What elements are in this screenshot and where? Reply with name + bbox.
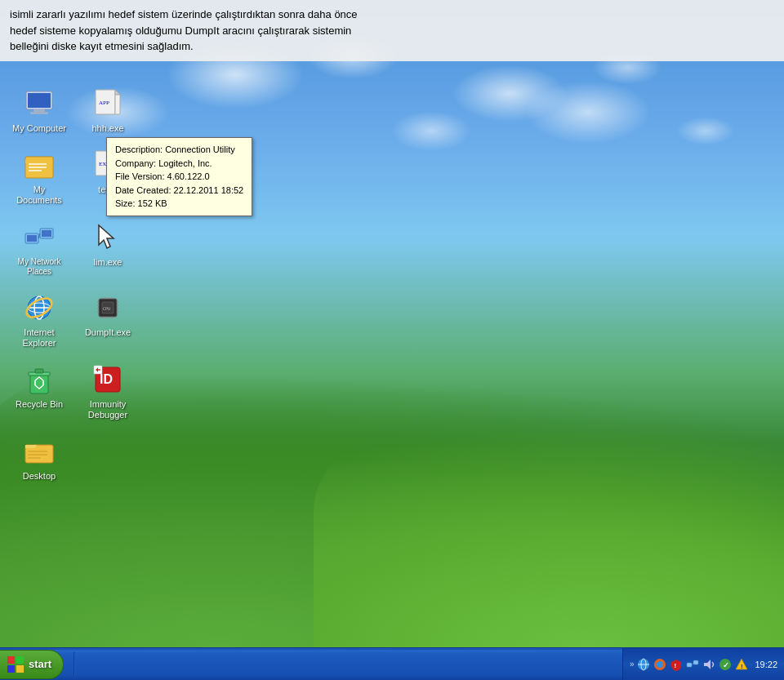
desktop-folder-icon	[23, 435, 56, 468]
icon-recycle-bin-label: Recycle Bin	[16, 399, 63, 410]
icon-my-computer-label: My Computer	[12, 123, 66, 134]
svg-marker-73	[704, 660, 710, 669]
tray-alert-icon[interactable]: !	[735, 658, 748, 671]
svg-rect-71	[693, 660, 698, 664]
svg-rect-62	[7, 665, 15, 673]
svg-rect-3	[30, 112, 48, 114]
icon-internet-explorer[interactable]: Internet Explorer	[7, 288, 72, 352]
svg-text:!: !	[741, 663, 743, 670]
svg-rect-2	[33, 109, 45, 112]
icon-hhh-exe[interactable]: APP hhh.exe	[75, 84, 140, 137]
taskbar: start »	[0, 647, 784, 680]
icon-lim-exe[interactable]: lim.exe	[75, 218, 140, 280]
svg-rect-12	[29, 170, 42, 171]
internet-explorer-icon	[23, 291, 56, 324]
icon-dumpit-exe[interactable]: CPU DumpIt.exe	[75, 288, 140, 352]
svg-rect-70	[687, 663, 692, 667]
tooltip-company: Company: Logitech, Inc.	[115, 157, 243, 171]
svg-rect-59	[28, 457, 41, 459]
icon-immunity-debugger[interactable]: ID Immunity Debugger	[75, 360, 140, 424]
recycle-bin-icon	[23, 363, 56, 396]
top-text-line3: belleğini diske kayıt etmesini sağladım.	[10, 40, 194, 52]
tray-network-icon[interactable]	[686, 658, 699, 671]
svg-text:APP: APP	[99, 100, 109, 106]
start-button-label: start	[29, 658, 51, 670]
tray-volume-icon[interactable]	[702, 658, 715, 671]
icon-my-computer[interactable]: My Computer	[7, 84, 72, 137]
svg-point-68	[657, 661, 663, 668]
icon-hhh-exe-label: hhh.exe	[91, 123, 123, 134]
top-text-overlay: isimli zararlı yazılımı hedef sistem üze…	[0, 0, 784, 61]
taskbar-time: 19:22	[755, 660, 777, 669]
icon-recycle-bin[interactable]: Recycle Bin	[7, 360, 72, 424]
svg-marker-5	[115, 90, 120, 95]
desktop: isimli zararlı yazılımı hedef sistem üze…	[0, 0, 784, 680]
svg-text:CPU: CPU	[103, 306, 110, 311]
hhh-exe-icon: APP	[91, 87, 124, 120]
top-text-line1: isimli zararlı yazılımı hedef sistem üze…	[10, 8, 358, 20]
tray-security-icon[interactable]: ✓	[719, 658, 732, 671]
svg-rect-1	[28, 93, 51, 108]
svg-rect-21	[42, 230, 51, 237]
icon-my-network-places-label: My Network Places	[10, 257, 69, 277]
icon-my-network-places[interactable]: My Network Places	[7, 218, 72, 280]
icon-desktop-label: Desktop	[23, 471, 56, 482]
icon-desktop[interactable]: Desktop	[7, 432, 72, 485]
immunity-debugger-icon: ID	[91, 363, 124, 396]
computer-icon	[23, 87, 56, 120]
file-tooltip: Description: Connection Utility Company:…	[106, 137, 252, 216]
tray-shield-icon[interactable]: !	[670, 658, 683, 671]
tray-ie-icon[interactable]	[637, 658, 650, 671]
taskbar-tray-arrow[interactable]: »	[630, 660, 635, 669]
my-network-places-icon	[23, 221, 56, 254]
svg-rect-10	[29, 163, 47, 165]
svg-rect-60	[7, 656, 15, 664]
icon-my-documents-label: My Documents	[10, 184, 69, 206]
svg-rect-11	[29, 167, 47, 168]
tooltip-file-version: File Version: 4.60.122.0	[115, 170, 243, 184]
svg-rect-20	[27, 235, 37, 242]
tooltip-description: Description: Connection Utility	[115, 143, 243, 157]
svg-rect-57	[28, 451, 47, 452]
svg-text:✓: ✓	[723, 661, 729, 669]
icon-internet-explorer-label: Internet Explorer	[10, 327, 69, 349]
svg-text:ID: ID	[100, 372, 113, 386]
svg-text:!: !	[675, 662, 677, 669]
svg-rect-6	[115, 95, 120, 114]
tray-firefox-icon[interactable]	[653, 658, 666, 671]
windows-logo-icon	[7, 656, 24, 673]
tooltip-size: Size: 152 KB	[115, 197, 243, 211]
my-documents-icon	[23, 149, 56, 181]
svg-line-72	[692, 663, 693, 665]
icon-lim-exe-label: lim.exe	[94, 257, 122, 268]
taskbar-tray: »	[622, 648, 784, 680]
dumpit-exe-icon: CPU	[91, 291, 124, 324]
taskbar-divider	[74, 652, 75, 677]
lim-exe-icon	[91, 221, 124, 254]
top-text-line2: hedef sisteme kopyalamış olduğumu DumpIt…	[10, 24, 351, 37]
start-button[interactable]: start	[0, 650, 64, 679]
taskbar-clock: 19:22	[755, 660, 777, 669]
tray-icons: !	[637, 658, 748, 671]
svg-rect-63	[16, 665, 24, 673]
icon-dumpit-exe-label: DumpIt.exe	[85, 327, 131, 338]
tooltip-date-created: Date Created: 22.12.2011 18:52	[115, 184, 243, 198]
svg-marker-22	[99, 225, 114, 248]
svg-rect-49	[35, 369, 43, 373]
svg-rect-61	[16, 656, 24, 664]
icon-my-documents[interactable]: My Documents	[7, 145, 72, 209]
svg-rect-9	[25, 160, 35, 163]
svg-rect-58	[28, 454, 47, 456]
icon-immunity-debugger-label: Immunity Debugger	[78, 399, 137, 420]
